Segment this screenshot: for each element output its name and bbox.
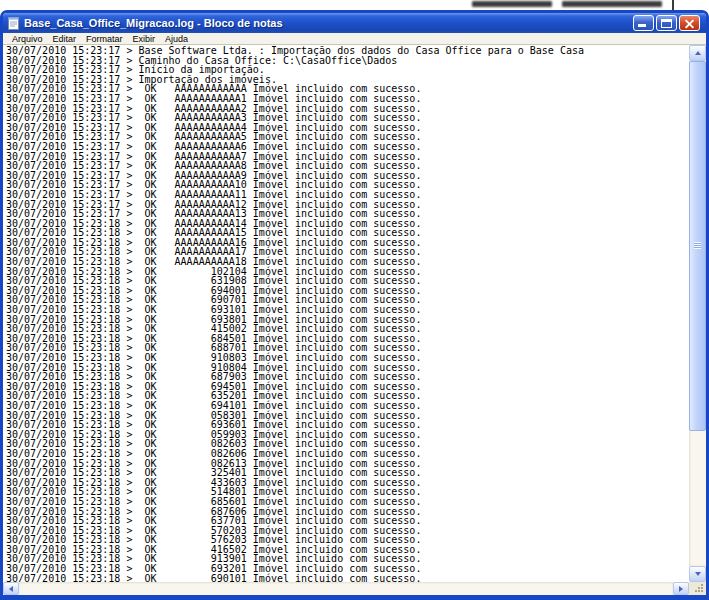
menu-bar: Arquivo Editar Formatar Exibir Ajuda [3, 33, 706, 45]
background-text-fragment [472, 1, 552, 7]
horizontal-scroll-track[interactable] [19, 582, 673, 595]
notepad-window: Base_Casa_Office_Migracao.log - Bloco de… [0, 10, 709, 600]
maximize-button[interactable] [656, 15, 677, 31]
chevron-up-icon [695, 51, 701, 55]
window-title: Base_Casa_Office_Migracao.log - Bloco de… [24, 17, 629, 29]
client-area: 30/07/2010 15:23:17 > Base Software Ltda… [3, 45, 706, 595]
menu-formatar[interactable]: Formatar [81, 34, 128, 44]
title-bar[interactable]: Base_Casa_Office_Migracao.log - Bloco de… [3, 13, 706, 33]
menu-editar[interactable]: Editar [48, 34, 82, 44]
vertical-scrollbar[interactable] [689, 45, 706, 582]
editor-row: 30/07/2010 15:23:17 > Base Software Ltda… [3, 45, 706, 582]
menu-exibir[interactable]: Exibir [128, 34, 161, 44]
window-controls [633, 15, 700, 31]
log-text[interactable]: 30/07/2010 15:23:17 > Base Software Ltda… [3, 45, 689, 582]
scroll-up-button[interactable] [689, 45, 706, 61]
scroll-down-button[interactable] [689, 566, 706, 582]
background-text-fragment [562, 1, 662, 7]
horizontal-scrollbar[interactable] [3, 582, 706, 595]
close-button[interactable] [679, 15, 700, 31]
vertical-scroll-track[interactable] [689, 61, 706, 566]
resize-grip[interactable] [689, 582, 706, 595]
scroll-right-button[interactable] [673, 582, 689, 595]
chevron-down-icon [695, 572, 701, 576]
scroll-left-button[interactable] [3, 582, 19, 595]
menu-arquivo[interactable]: Arquivo [7, 34, 48, 44]
minimize-button[interactable] [633, 15, 654, 31]
menu-ajuda[interactable]: Ajuda [160, 34, 193, 44]
chevron-right-icon [679, 586, 683, 592]
vertical-scroll-thumb[interactable] [689, 61, 706, 431]
notepad-icon [7, 17, 20, 30]
chevron-left-icon [9, 586, 13, 592]
